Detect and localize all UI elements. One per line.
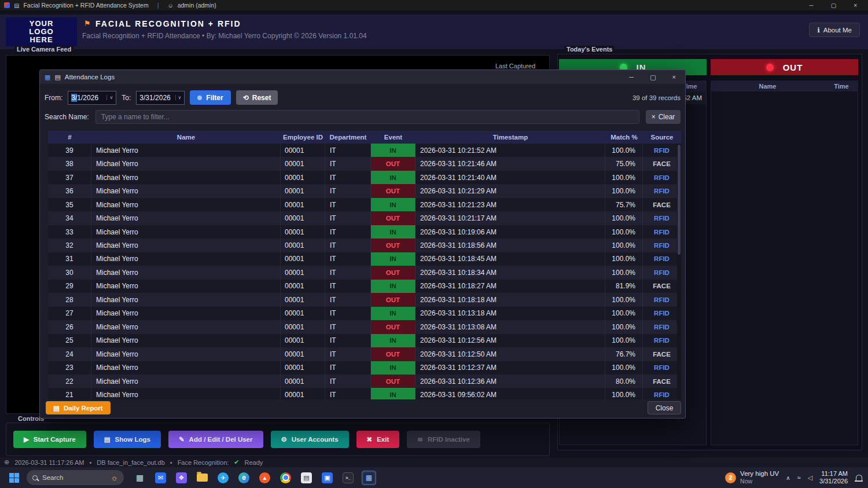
table-row[interactable]: 29 Michael Yerro 00001 IT IN 2026-03-31 … bbox=[48, 280, 681, 293]
clear-button[interactable]: × Clear bbox=[646, 110, 681, 124]
table-row[interactable]: 37 Michael Yerro 00001 IT IN 2026-03-31 … bbox=[48, 171, 681, 184]
filter-button[interactable]: Filter bbox=[190, 90, 230, 105]
close-icon[interactable]: × bbox=[854, 2, 857, 9]
cell-timestamp: 2026-03-31 10:13:08 AM bbox=[415, 320, 605, 333]
titlebar-user: admin (admin) bbox=[178, 2, 216, 9]
chrome-shape bbox=[280, 472, 291, 483]
cell-name: Michael Yerro bbox=[91, 361, 281, 375]
table-row[interactable]: 36 Michael Yerro 00001 IT OUT 2026-03-31… bbox=[48, 184, 681, 197]
play-icon: ▶ bbox=[24, 435, 29, 443]
controls-row: ▶ Start Capture ▤ Show Logs ✎ Add / Edit… bbox=[13, 431, 480, 448]
out-list bbox=[711, 91, 858, 445]
notes-icon[interactable]: ▤ bbox=[299, 471, 314, 485]
cell-source: RFID bbox=[643, 225, 681, 239]
table-row[interactable]: 33 Michael Yerro 00001 IT IN 2026-03-31 … bbox=[48, 225, 681, 239]
chevron-down-icon[interactable]: ∨ bbox=[175, 95, 182, 100]
reset-button[interactable]: ⟲ Reset bbox=[236, 90, 278, 105]
cell-department: IT bbox=[325, 307, 371, 320]
start-capture-button[interactable]: ▶ Start Capture bbox=[13, 431, 86, 448]
cell-name: Michael Yerro bbox=[91, 280, 281, 293]
close-icon[interactable]: × bbox=[672, 74, 676, 81]
weather-widget[interactable]: 2 Very high UV Now bbox=[725, 470, 779, 485]
chevron-down-icon[interactable]: ∨ bbox=[106, 95, 113, 100]
user-accounts-button[interactable]: ⚙ User Accounts bbox=[271, 431, 349, 448]
cell-number: 23 bbox=[48, 361, 91, 375]
exit-button[interactable]: ✖ Exit bbox=[356, 431, 400, 448]
table-row[interactable]: 39 Michael Yerro 00001 IT IN 2026-03-31 … bbox=[48, 144, 681, 157]
records-count: 39 of 39 records bbox=[632, 94, 681, 101]
start-button[interactable] bbox=[9, 473, 19, 483]
cell-employee-id: 00001 bbox=[281, 266, 325, 279]
modal-titlebar[interactable]: ▦ ▤ Attendance Logs ─ ▢ × bbox=[40, 70, 685, 84]
file-explorer-icon[interactable] bbox=[195, 471, 209, 485]
taskbar: Search ☼ ▦ ✉ ❖ ✈ e ▲ ▤ ▣ >_ ▦ 2 bbox=[0, 467, 868, 488]
volume-icon[interactable]: ◁ bbox=[808, 474, 812, 482]
terminal-icon[interactable]: >_ bbox=[341, 471, 355, 485]
attendance-app-taskbar-icon[interactable]: ▦ bbox=[362, 471, 376, 485]
cell-number: 34 bbox=[48, 211, 91, 225]
table-row[interactable]: 38 Michael Yerro 00001 IT OUT 2026-03-31… bbox=[48, 157, 681, 170]
cell-source: RFID bbox=[643, 266, 681, 279]
minimize-icon[interactable]: ─ bbox=[629, 74, 634, 81]
col-number: # bbox=[48, 134, 91, 141]
table-row[interactable]: 34 Michael Yerro 00001 IT OUT 2026-03-31… bbox=[48, 211, 681, 225]
cell-department: IT bbox=[325, 252, 371, 266]
cell-match: 100.0% bbox=[605, 252, 643, 266]
store-icon[interactable]: ▣ bbox=[320, 471, 334, 485]
cell-match: 100.0% bbox=[605, 388, 643, 399]
telegram-icon[interactable]: ✈ bbox=[216, 471, 230, 485]
cell-source: RFID bbox=[643, 184, 681, 197]
uv-text: Very high UV bbox=[740, 470, 779, 477]
modal-close-button[interactable]: Close bbox=[648, 401, 681, 414]
add-edit-del-user-button[interactable]: ✎ Add / Edit / Del User bbox=[168, 431, 263, 448]
notification-bell-icon[interactable] bbox=[856, 475, 862, 480]
cell-department: IT bbox=[325, 388, 371, 399]
from-date-field[interactable]: 3/1/2026 ∨ bbox=[68, 91, 116, 105]
table-row[interactable]: 31 Michael Yerro 00001 IT IN 2026-03-31 … bbox=[48, 252, 681, 266]
cell-employee-id: 00001 bbox=[281, 198, 325, 211]
status-face-ready: Ready bbox=[245, 459, 263, 466]
cell-source: RFID bbox=[643, 320, 681, 333]
table-row[interactable]: 21 Michael Yerro 00001 IT IN 2026-03-31 … bbox=[48, 388, 681, 399]
table-scrollbar[interactable] bbox=[677, 144, 681, 399]
clock[interactable]: 11:17 AM 3/31/2026 bbox=[819, 470, 848, 485]
minimize-icon[interactable]: ─ bbox=[810, 2, 814, 9]
table-row[interactable]: 26 Michael Yerro 00001 IT OUT 2026-03-31… bbox=[48, 320, 681, 333]
network-icon[interactable]: ≈ bbox=[797, 474, 801, 481]
cell-match: 100.0% bbox=[605, 184, 643, 197]
event-badge: OUT bbox=[371, 347, 415, 361]
table-row[interactable]: 23 Michael Yerro 00001 IT IN 2026-03-31 … bbox=[48, 361, 681, 375]
chrome-icon[interactable] bbox=[278, 471, 293, 485]
maximize-icon[interactable]: ▢ bbox=[831, 2, 836, 9]
to-date-field[interactable]: 3/31/2026 ∨ bbox=[136, 91, 185, 105]
maximize-icon[interactable]: ▢ bbox=[650, 74, 656, 81]
taskbar-search[interactable]: Search ☼ bbox=[27, 470, 124, 485]
show-logs-button[interactable]: ▤ Show Logs bbox=[94, 431, 161, 448]
cell-name: Michael Yerro bbox=[91, 157, 281, 170]
search-input[interactable] bbox=[95, 110, 639, 124]
cell-employee-id: 00001 bbox=[281, 171, 325, 184]
cell-name: Michael Yerro bbox=[91, 184, 281, 197]
tray-chevron-icon[interactable]: ∧ bbox=[786, 475, 790, 481]
col-department: Department bbox=[325, 134, 371, 141]
exit-icon: ✖ bbox=[367, 435, 373, 443]
table-row[interactable]: 28 Michael Yerro 00001 IT OUT 2026-03-31… bbox=[48, 293, 681, 306]
edge-icon[interactable]: e bbox=[237, 471, 251, 485]
cell-name: Michael Yerro bbox=[91, 225, 281, 239]
daily-report-button[interactable]: ▤ Daily Report bbox=[46, 401, 111, 414]
mail-icon[interactable]: ✉ bbox=[153, 471, 168, 485]
table-row[interactable]: 35 Michael Yerro 00001 IT IN 2026-03-31 … bbox=[48, 198, 681, 211]
cell-timestamp: 2026-03-31 10:19:06 AM bbox=[415, 225, 605, 239]
brave-icon[interactable]: ▲ bbox=[258, 471, 272, 485]
teams-icon[interactable]: ❖ bbox=[174, 471, 189, 485]
scrollbar-thumb[interactable] bbox=[678, 145, 681, 255]
table-row[interactable]: 24 Michael Yerro 00001 IT OUT 2026-03-31… bbox=[48, 347, 681, 361]
table-row[interactable]: 27 Michael Yerro 00001 IT IN 2026-03-31 … bbox=[48, 307, 681, 320]
table-row[interactable]: 30 Michael Yerro 00001 IT OUT 2026-03-31… bbox=[48, 266, 681, 279]
cell-source: FACE bbox=[643, 280, 681, 293]
table-row[interactable]: 22 Michael Yerro 00001 IT OUT 2026-03-31… bbox=[48, 375, 681, 388]
task-view-icon[interactable]: ▦ bbox=[133, 471, 147, 485]
table-row[interactable]: 32 Michael Yerro 00001 IT OUT 2026-03-31… bbox=[48, 239, 681, 252]
about-me-button[interactable]: ℹ About Me bbox=[809, 23, 860, 37]
table-row[interactable]: 25 Michael Yerro 00001 IT IN 2026-03-31 … bbox=[48, 334, 681, 347]
